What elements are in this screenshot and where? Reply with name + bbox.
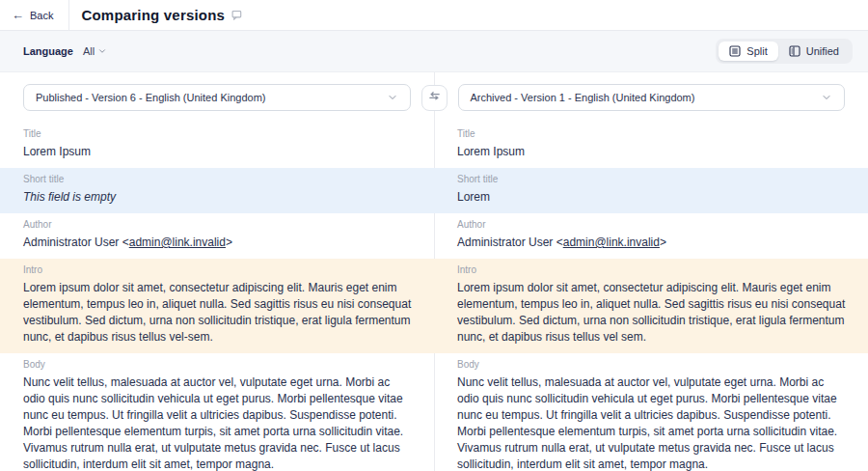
- top-bar: ← Back Comparing versions: [0, 0, 868, 31]
- field-row-author: Author Administrator User <admin@link.in…: [0, 213, 868, 259]
- field-cell-left: Author Administrator User <admin@link.in…: [0, 213, 434, 259]
- language-dropdown[interactable]: All: [83, 45, 107, 57]
- chevron-down-icon: [387, 92, 398, 103]
- split-view-icon: [729, 45, 741, 57]
- field-value: Nunc velit tellus, malesuada at auctor v…: [23, 374, 413, 471]
- view-mode-toggle: Split Unified: [716, 39, 853, 64]
- right-version-dropdown[interactable]: Archived - Version 1 - English (United K…: [458, 84, 846, 111]
- right-version-dropdown-value: Archived - Version 1 - English (United K…: [471, 92, 695, 103]
- field-row-body: Body Nunc velit tellus, malesuada at auc…: [0, 353, 868, 471]
- split-view-button[interactable]: Split: [719, 42, 777, 61]
- author-text: >: [226, 236, 232, 249]
- field-cell-left: Short title This field is empty: [0, 168, 434, 213]
- chevron-down-icon: [821, 92, 832, 103]
- field-value: Lorem ipsum dolor sit amet, consectetur …: [23, 280, 413, 346]
- left-version-dropdown-value: Published - Version 6 - English (United …: [36, 92, 265, 103]
- field-cell-right: Short title Lorem: [434, 168, 868, 213]
- field-label: Short title: [457, 174, 847, 184]
- field-value: Lorem Ipsum: [23, 144, 413, 160]
- language-dropdown-value: All: [83, 45, 95, 57]
- swap-versions-button[interactable]: [421, 85, 448, 111]
- comment-icon: [231, 10, 242, 20]
- field-cell-right: Title Lorem Ipsum: [434, 123, 868, 168]
- chevron-down-icon: [97, 46, 107, 56]
- field-value: Administrator User <admin@link.invalid>: [23, 235, 413, 251]
- field-label: Author: [457, 219, 847, 230]
- field-row-intro: Intro Lorem ipsum dolor sit amet, consec…: [0, 259, 868, 353]
- field-label: Title: [23, 128, 413, 139]
- unified-view-label: Unified: [806, 45, 839, 57]
- field-cell-right: Author Administrator User <admin@link.in…: [434, 213, 868, 259]
- unified-view-icon: [789, 45, 800, 57]
- author-email-link[interactable]: admin@link.invalid: [563, 236, 660, 249]
- field-label: Title: [457, 128, 847, 139]
- field-value: Lorem ipsum dolor sit amet, consectetur …: [457, 280, 847, 346]
- field-label: Intro: [23, 264, 413, 275]
- left-version-dropdown[interactable]: Published - Version 6 - English (United …: [23, 84, 411, 111]
- field-cell-right: Intro Lorem ipsum dolor sit amet, consec…: [434, 259, 868, 353]
- split-view-label: Split: [746, 45, 767, 57]
- comparison-area: Published - Version 6 - English (United …: [0, 72, 868, 471]
- field-cell-left: Intro Lorem ipsum dolor sit amet, consec…: [0, 259, 434, 353]
- field-cell-left: Title Lorem Ipsum: [0, 123, 434, 168]
- field-value: Lorem: [457, 189, 847, 206]
- back-button[interactable]: ← Back: [0, 0, 68, 30]
- back-button-label: Back: [30, 10, 53, 21]
- field-label: Body: [457, 359, 847, 370]
- page-title: Comparing versions: [81, 7, 225, 23]
- field-value-empty: This field is empty: [23, 189, 413, 206]
- field-label: Body: [23, 359, 413, 370]
- author-text: Administrator User <: [457, 236, 563, 249]
- arrow-left-icon: ←: [12, 9, 24, 21]
- field-label: Short title: [23, 174, 413, 184]
- field-value: Administrator User <admin@link.invalid>: [457, 235, 847, 251]
- field-value: Lorem Ipsum: [457, 144, 847, 160]
- author-text: Administrator User <: [23, 236, 129, 249]
- language-label: Language: [23, 45, 73, 57]
- toolbar: Language All Split: [0, 31, 868, 72]
- field-row-title: Title Lorem Ipsum Title Lorem Ipsum: [0, 123, 868, 168]
- version-selectors: Published - Version 6 - English (United …: [0, 72, 868, 123]
- field-label: Author: [23, 219, 413, 230]
- field-cell-left: Body Nunc velit tellus, malesuada at auc…: [0, 353, 434, 471]
- field-value: Nunc velit tellus, malesuada at auctor v…: [457, 374, 847, 471]
- author-text: >: [660, 236, 666, 249]
- field-cell-right: Body Nunc velit tellus, malesuada at auc…: [434, 353, 868, 471]
- unified-view-button[interactable]: Unified: [778, 42, 850, 61]
- field-row-short-title: Short title This field is empty Short ti…: [0, 168, 868, 213]
- author-email-link[interactable]: admin@link.invalid: [129, 236, 226, 249]
- swap-versions-icon: [428, 90, 441, 105]
- field-label: Intro: [457, 264, 847, 275]
